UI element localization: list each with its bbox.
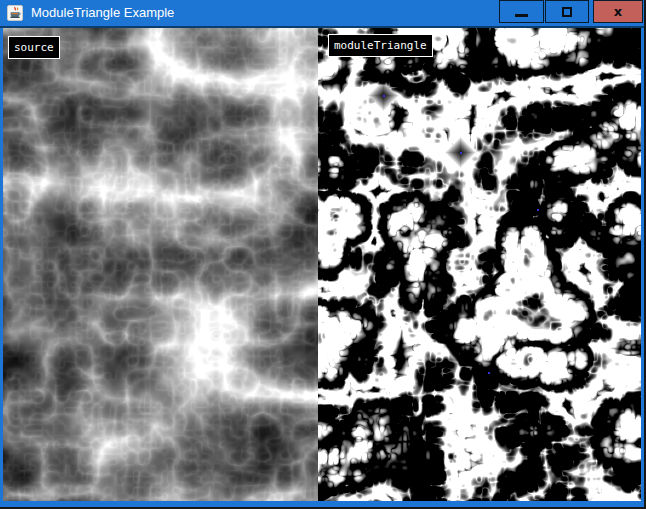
maximize-button[interactable] [545, 0, 589, 23]
minimize-button[interactable] [499, 0, 544, 23]
close-button[interactable]: x [593, 0, 643, 23]
window-title: ModuleTriangle Example [31, 0, 174, 26]
source-noise-image [3, 28, 318, 501]
app-window: ModuleTriangle Example x source moduleTr… [0, 0, 646, 509]
title-bar[interactable]: ModuleTriangle Example x [0, 0, 646, 26]
moduletriangle-label: moduleTriangle [328, 34, 433, 57]
minimize-icon [515, 14, 528, 17]
java-coffee-cup-icon [7, 5, 23, 21]
moduletriangle-noise-image [318, 28, 641, 501]
window-border-left [0, 28, 3, 501]
maximize-icon [562, 7, 572, 17]
close-icon: x [614, 5, 622, 18]
source-label: source [8, 36, 60, 59]
